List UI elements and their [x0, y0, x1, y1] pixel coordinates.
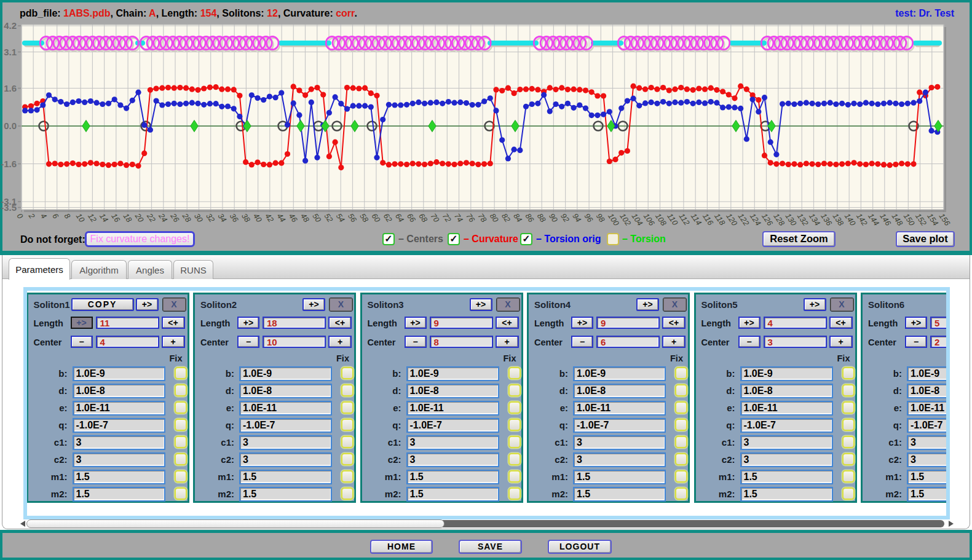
- svg-text:122: 122: [737, 212, 751, 227]
- svg-text:1.6: 1.6: [4, 83, 17, 93]
- svg-text:144: 144: [866, 212, 880, 227]
- svg-text:100: 100: [606, 212, 620, 227]
- svg-text:50: 50: [310, 212, 322, 224]
- svg-text:102: 102: [618, 212, 632, 227]
- svg-text:3.1: 3.1: [4, 47, 17, 57]
- svg-text:156: 156: [938, 212, 952, 227]
- svg-text:146: 146: [878, 212, 892, 227]
- svg-text:128: 128: [772, 212, 786, 227]
- svg-text:64: 64: [393, 212, 405, 224]
- svg-text:60: 60: [369, 212, 381, 224]
- svg-text:52: 52: [323, 212, 334, 224]
- svg-text:48: 48: [299, 212, 310, 224]
- svg-text:32: 32: [204, 212, 216, 224]
- svg-text:106: 106: [642, 212, 656, 227]
- svg-text:42: 42: [263, 212, 275, 224]
- svg-text:28: 28: [180, 211, 192, 224]
- svg-text:76: 76: [464, 212, 476, 224]
- svg-text:130: 130: [784, 212, 798, 227]
- svg-text:124: 124: [748, 212, 762, 227]
- svg-text:78: 78: [476, 212, 488, 224]
- svg-text:96: 96: [583, 212, 595, 224]
- svg-text:120: 120: [724, 212, 738, 227]
- svg-text:-3.5: -3.5: [1, 202, 17, 213]
- svg-text:90: 90: [547, 212, 559, 224]
- svg-text:154: 154: [925, 212, 939, 227]
- svg-text:126: 126: [760, 212, 774, 227]
- svg-text:114: 114: [689, 212, 703, 227]
- svg-text:116: 116: [701, 212, 715, 227]
- svg-text:44: 44: [275, 212, 287, 224]
- svg-text:70: 70: [429, 212, 441, 224]
- svg-text:0.0: 0.0: [4, 120, 17, 131]
- svg-text:112: 112: [677, 212, 691, 227]
- svg-text:26: 26: [168, 211, 181, 224]
- svg-text:84: 84: [512, 212, 523, 224]
- svg-text:20: 20: [133, 211, 145, 224]
- svg-text:58: 58: [358, 212, 369, 224]
- svg-text:134: 134: [807, 212, 821, 227]
- svg-text:118: 118: [713, 212, 727, 227]
- svg-text:98: 98: [595, 212, 606, 224]
- svg-text:24: 24: [157, 211, 169, 224]
- svg-text:-1.6: -1.6: [1, 159, 17, 169]
- svg-text:0: 0: [15, 212, 25, 221]
- svg-text:2: 2: [26, 211, 36, 221]
- svg-text:88: 88: [535, 212, 547, 224]
- svg-text:40: 40: [251, 212, 263, 224]
- svg-text:132: 132: [796, 212, 810, 227]
- svg-text:56: 56: [346, 212, 358, 224]
- svg-text:110: 110: [665, 212, 679, 227]
- svg-text:66: 66: [405, 212, 417, 224]
- svg-text:94: 94: [571, 212, 582, 224]
- svg-text:86: 86: [523, 212, 535, 224]
- svg-text:16: 16: [109, 212, 121, 224]
- svg-text:136: 136: [819, 212, 833, 227]
- svg-text:14: 14: [98, 212, 109, 224]
- svg-text:6: 6: [50, 212, 60, 221]
- svg-text:22: 22: [144, 211, 157, 224]
- svg-text:12: 12: [86, 212, 98, 224]
- svg-text:36: 36: [228, 212, 240, 224]
- svg-text:74: 74: [452, 212, 464, 224]
- svg-text:148: 148: [890, 212, 904, 227]
- svg-text:68: 68: [417, 212, 429, 224]
- svg-text:34: 34: [216, 212, 227, 224]
- svg-text:18: 18: [122, 212, 133, 224]
- svg-text:82: 82: [500, 212, 512, 224]
- svg-text:108: 108: [654, 212, 668, 227]
- svg-text:30: 30: [192, 212, 204, 224]
- svg-text:10: 10: [74, 212, 86, 224]
- svg-text:152: 152: [914, 212, 928, 227]
- svg-text:54: 54: [334, 212, 346, 224]
- svg-text:142: 142: [855, 212, 869, 227]
- svg-text:4: 4: [39, 212, 48, 221]
- svg-text:138: 138: [831, 212, 845, 227]
- svg-text:150: 150: [902, 212, 916, 227]
- svg-text:46: 46: [287, 212, 299, 224]
- svg-text:92: 92: [559, 212, 571, 224]
- svg-text:140: 140: [843, 212, 857, 227]
- svg-text:8: 8: [62, 212, 71, 221]
- svg-text:72: 72: [441, 212, 452, 224]
- svg-text:80: 80: [488, 212, 500, 224]
- svg-text:38: 38: [240, 212, 251, 224]
- svg-text:104: 104: [630, 212, 644, 227]
- svg-text:4.2: 4.2: [4, 20, 17, 31]
- svg-text:62: 62: [382, 212, 393, 224]
